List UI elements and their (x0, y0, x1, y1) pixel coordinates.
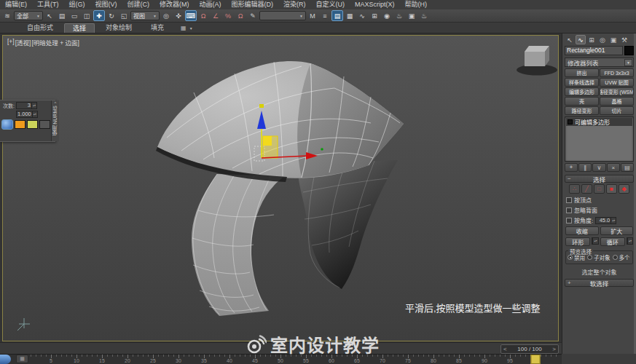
select-and-move-icon[interactable]: ✚ ▼ (93, 10, 105, 21)
menu-item[interactable]: 创建(C) (122, 0, 155, 9)
window-crossing-toggle-icon[interactable]: ◫ ▼ (81, 10, 93, 21)
menu-item[interactable]: MAXScript(X) (350, 0, 400, 9)
grow-button[interactable]: 扩大 (600, 226, 634, 235)
chair-model[interactable] (156, 61, 404, 316)
rectangular-selection-region-icon[interactable]: ▭ ▼ (68, 10, 80, 21)
selection-rollout-header[interactable]: − 选择 (565, 175, 634, 183)
spinner-arrows-icon[interactable]: ▴▾ (31, 103, 36, 108)
hierarchy-tab-icon[interactable]: ⊞ (586, 35, 597, 44)
angle-snap-icon[interactable]: ∠ ▼ (210, 10, 221, 21)
previous-frame-icon[interactable]: < (503, 347, 507, 352)
modifier-btn-path-deform[interactable]: 路径变形 (565, 106, 599, 115)
modifier-btn-spline-select[interactable]: 样条线选择 (565, 78, 599, 87)
object-color-swatch[interactable] (624, 46, 634, 55)
ignore-backfacing-checkbox[interactable]: 忽略背面 (566, 206, 632, 214)
select-and-scale-icon[interactable]: ◱ ▼ (118, 10, 130, 21)
render-production-icon[interactable]: ♨ ▼ (418, 10, 430, 21)
layer-manager-icon[interactable]: ▤ ▼ (331, 10, 343, 21)
select-and-rotate-icon[interactable]: ↻ ▼ (106, 10, 117, 21)
modifier-btn-shell[interactable]: 壳 (565, 97, 599, 106)
stack-item-editable-poly[interactable]: 可编辑多边形 (566, 118, 632, 126)
modifier-btn-ffd-3x3x3[interactable]: FFD 3x3x3 (600, 68, 634, 77)
modifier-btn-edit-poly[interactable]: 编辑多边形 (565, 87, 599, 96)
edit-named-selections-icon[interactable]: ✎ ▼ (247, 10, 259, 21)
ribbon-tab-freeform[interactable]: 自由形式 (19, 23, 61, 33)
object-name-field[interactable]: Rectangle001 (565, 46, 623, 55)
ribbon-tab-selection[interactable]: 选择 (64, 23, 95, 33)
menu-item[interactable]: 组(G) (64, 0, 90, 9)
ribbon-tab-object-paint[interactable]: 对象绘制 (98, 23, 140, 33)
modifier-btn-extrude[interactable]: 挤出 (565, 68, 599, 77)
open-mini-curve-editor-icon[interactable]: ▦ (16, 355, 28, 363)
render-setup-icon[interactable]: ♨ ▼ (393, 10, 405, 21)
menu-item[interactable]: 动画(A) (195, 0, 227, 9)
soft-selection-rollout-header[interactable]: + 软选择 (565, 279, 634, 287)
snaps-toggle-icon[interactable]: Ω ▼ (197, 10, 209, 21)
viewcube[interactable] (517, 46, 557, 76)
rendered-frame-icon[interactable]: ▣ ▼ (406, 10, 417, 21)
material-editor-icon[interactable]: ◉ ▼ (381, 10, 393, 21)
use-pivot-point-icon[interactable]: ◎ ▼ (160, 10, 172, 21)
make-unique-icon[interactable]: ∨ (592, 163, 605, 172)
preview-subobject-radio[interactable]: 子对象 (587, 253, 611, 261)
viewport-general-menu[interactable]: [+] (7, 38, 15, 47)
polygon-mode-icon[interactable]: ■ (606, 184, 617, 194)
nurms-color-swatch-yellow[interactable] (27, 120, 38, 129)
menu-item[interactable]: 编辑(E) (0, 0, 32, 9)
nurms-sphere-button[interactable] (1, 119, 13, 130)
loop-spinner[interactable]: ▴▾ (627, 237, 633, 245)
modifier-btn-slice[interactable]: 切片 (600, 106, 634, 115)
smoothness-spinner[interactable]: 1.000 ▴▾ (16, 111, 38, 118)
loop-button[interactable]: 循环 (600, 237, 625, 246)
select-object-icon[interactable]: ↖ ▼ (44, 10, 55, 21)
preview-multiple-radio[interactable]: 多个 (613, 253, 630, 261)
menu-item[interactable]: 修改器(M) (154, 0, 195, 9)
border-mode-icon[interactable]: □ (594, 184, 605, 194)
by-angle-checkbox[interactable] (566, 218, 572, 223)
menu-item[interactable]: 渲染(R) (278, 0, 311, 9)
ribbon-extra-icon[interactable]: ▦ ▼ (181, 23, 193, 33)
nurms-color-swatch-orange[interactable] (15, 120, 25, 129)
nurms-isoline-button[interactable] (39, 120, 50, 129)
iterations-spinner[interactable]: 3 ▴▾ (16, 102, 37, 109)
select-and-link-icon[interactable]: ≋ ▼ (1, 10, 13, 21)
shrink-button[interactable]: 收缩 (565, 226, 599, 235)
show-end-result-icon[interactable]: ∥ (578, 163, 592, 172)
viewport-canvas[interactable] (3, 36, 559, 341)
by-angle-spinner[interactable]: 45.0 ▴▾ (595, 217, 616, 224)
select-by-name-icon[interactable]: ▤ ▼ (56, 10, 68, 21)
element-mode-icon[interactable]: ◆ (619, 184, 629, 194)
by-angle-row[interactable]: 按角度: 45.0 ▴▾ (566, 216, 632, 224)
selection-filter-dropdown[interactable]: 全部 ▼ (14, 11, 43, 20)
by-vertex-checkbox[interactable]: 按顶点 (566, 196, 632, 204)
viewport-pov-menu[interactable]: [透视] (15, 38, 31, 47)
checkbox[interactable] (566, 197, 572, 203)
spinner-snap-icon[interactable]: Ω ▼ (235, 10, 246, 21)
schematic-view-icon[interactable]: ⊞ ▼ (369, 10, 380, 21)
perspective-viewport[interactable]: [+] [透视] [明暗处理 + 边面] (2, 35, 559, 341)
menu-item[interactable]: 视图(V) (90, 0, 122, 9)
align-icon[interactable]: ≡ ▼ (319, 10, 331, 21)
menu-item[interactable]: 自定义(U) (311, 0, 350, 9)
spinner-arrows-icon[interactable]: ▴▾ (32, 111, 37, 117)
motion-tab-icon[interactable]: ◎ (597, 35, 608, 44)
use-nurms-tab[interactable]: ^ 使用 NURMS (51, 100, 59, 141)
percent-snap-icon[interactable]: % ▼ (222, 10, 234, 21)
time-slider-handle[interactable]: < 100 / 100 > (500, 344, 559, 354)
menu-item[interactable]: 帮助(H) (400, 0, 433, 9)
pin-stack-icon[interactable]: ⌖ (565, 163, 578, 172)
modifier-list-dropdown[interactable]: 修改器列表 ▼ (565, 58, 634, 67)
modify-tab-icon[interactable]: ∿ (576, 35, 586, 44)
create-tab-icon[interactable]: ↖ (565, 35, 575, 44)
named-selection-sets-dropdown[interactable]: ▼ (259, 11, 306, 20)
remove-modifier-icon[interactable]: × (607, 163, 620, 172)
ribbon-tab-populate[interactable]: 填充 (143, 23, 172, 33)
utilities-tab-icon[interactable]: ⚒ (619, 35, 629, 44)
configure-modifier-sets-icon[interactable]: ▤ (621, 163, 634, 172)
display-tab-icon[interactable]: ▣ (608, 35, 619, 44)
ring-spinner[interactable]: ▴▾ (592, 237, 598, 245)
ring-button[interactable]: 环形 (565, 237, 590, 246)
modifier-btn-uvw-map[interactable]: UVW 贴图 (600, 78, 634, 87)
keyboard-override-icon[interactable]: ⌨ ▼ (185, 10, 197, 21)
mirror-icon[interactable]: M ▼ (307, 10, 318, 21)
